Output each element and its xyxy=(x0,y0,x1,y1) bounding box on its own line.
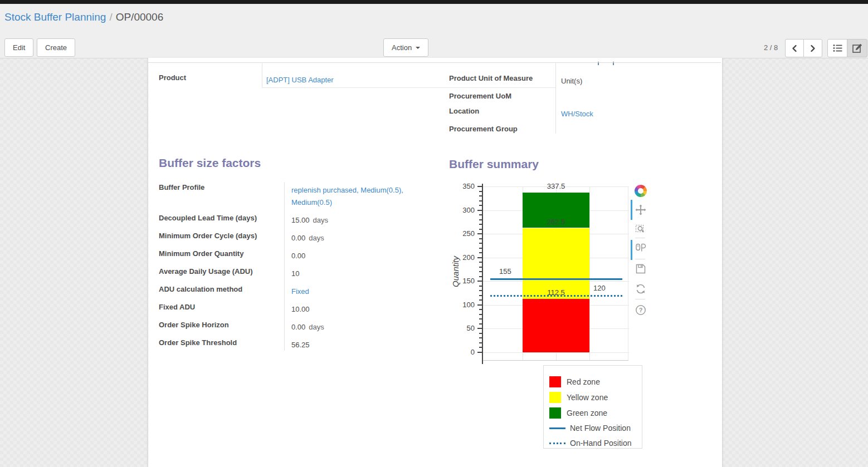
reset-axes-icon[interactable] xyxy=(634,282,647,296)
x-gridline xyxy=(628,186,628,360)
breadcrumb-separator: / xyxy=(106,11,115,23)
fixed-adu-value: 10.00 xyxy=(291,303,310,316)
y-tick-minor xyxy=(479,195,482,196)
order-spike-horizon-value: 0.00days xyxy=(291,321,324,333)
legend-label: Net Flow Position xyxy=(570,424,631,432)
product-label: Product xyxy=(159,73,186,82)
compare-on-hover-icon[interactable] xyxy=(634,241,647,254)
chart-modebar: ? xyxy=(631,184,651,323)
legend-swatch xyxy=(549,407,561,419)
y-tick-minor xyxy=(479,342,482,343)
table-separator xyxy=(555,62,556,134)
help-icon[interactable]: ? xyxy=(634,303,647,317)
on-hand-line xyxy=(490,295,622,297)
y-tick-minor xyxy=(479,337,482,338)
breadcrumb-parent-link[interactable]: Stock Buffer Planning xyxy=(4,11,106,23)
min-order-qty-label: Minimum Order Quantity xyxy=(159,249,243,258)
table-separator xyxy=(262,62,262,88)
legend-item[interactable]: Yellow zone xyxy=(549,391,608,404)
product-uom-value: Unit(s) xyxy=(561,75,582,87)
min-order-cycle-value: 0.00days xyxy=(291,232,324,244)
modebar-active-indicator xyxy=(631,240,632,260)
line-value-label: 155 xyxy=(499,267,511,276)
edit-button[interactable]: Edit xyxy=(4,38,33,57)
modebar-divider xyxy=(635,259,645,259)
product-value-link[interactable]: [ADPT] USB Adapter xyxy=(266,74,334,86)
pager-next-button[interactable] xyxy=(803,39,822,57)
adu-label: Average Daily Usage (ADU) xyxy=(159,267,253,276)
y-tick-minor xyxy=(479,276,482,277)
save-image-icon[interactable] xyxy=(634,262,647,276)
breadcrumb: Stock Buffer Planning/OP/00006 xyxy=(4,11,163,23)
y-tick-major xyxy=(477,304,482,306)
y-tick-minor xyxy=(479,238,482,239)
y-tick-minor xyxy=(479,200,482,201)
y-tick-minor xyxy=(479,229,482,230)
chevron-left-icon xyxy=(791,44,798,53)
order-spike-horizon-label: Order Spike Horizon xyxy=(159,321,229,329)
buffer-size-factors-title: Buffer size factors xyxy=(159,156,261,170)
buffer-profile-value-link[interactable]: replenish purchased, Medium(0.5), Medium… xyxy=(291,184,432,209)
y-tick-minor xyxy=(479,219,482,220)
table-row-border xyxy=(262,87,555,88)
top-menu-bar xyxy=(0,0,868,4)
y-tick-major xyxy=(477,257,482,258)
y-tick-minor xyxy=(479,323,482,325)
pager-nav-group xyxy=(785,39,822,57)
modebar-divider xyxy=(635,238,645,238)
adu-method-value-link[interactable]: Fixed xyxy=(291,286,309,298)
y-tick-label: 300 xyxy=(457,206,475,214)
y-tick-minor xyxy=(479,224,482,225)
order-spike-threshold-value: 56.25 xyxy=(291,339,310,351)
legend-item[interactable]: Net Flow Position xyxy=(549,422,631,434)
legend-swatch xyxy=(549,392,561,403)
y-tick-minor xyxy=(479,314,482,315)
form-view-button[interactable] xyxy=(847,39,867,57)
zone-boundary-label: 337.5 xyxy=(539,182,573,190)
y-tick-minor xyxy=(479,271,482,272)
legend-item[interactable]: Red zone xyxy=(549,376,600,388)
caret-down-icon xyxy=(416,47,420,49)
adu-method-label: ADU calculation method xyxy=(159,285,242,293)
red-zone xyxy=(523,299,589,352)
y-tick-minor xyxy=(479,318,482,319)
y-tick-major xyxy=(477,233,482,234)
legend-swatch xyxy=(549,443,565,444)
y-tick-minor xyxy=(479,248,482,249)
breadcrumb-current: OP/00006 xyxy=(116,11,164,23)
view-switcher xyxy=(827,39,867,57)
location-label: Location xyxy=(449,107,479,115)
legend-swatch xyxy=(549,376,561,387)
location-value-link[interactable]: WH/Stock xyxy=(561,108,593,120)
y-tick-major xyxy=(477,328,482,329)
y-axis-line xyxy=(482,184,483,364)
legend-label: Red zone xyxy=(567,377,600,386)
box-zoom-icon[interactable] xyxy=(634,222,647,235)
create-button[interactable]: Create xyxy=(37,38,75,57)
legend-item[interactable]: Green zone xyxy=(549,407,607,419)
order-spike-threshold-label: Order Spike Threshold xyxy=(159,338,237,347)
days-suffix: days xyxy=(309,323,324,331)
svg-text:?: ? xyxy=(639,307,643,313)
pager-previous-button[interactable] xyxy=(785,39,804,57)
y-tick-minor xyxy=(479,262,482,263)
factors-separator xyxy=(284,182,285,351)
fixed-adu-label: Fixed ADU xyxy=(159,303,195,311)
adu-value: 10 xyxy=(291,268,299,280)
action-label: Action xyxy=(392,43,412,52)
y-tick-label: 350 xyxy=(457,182,475,190)
min-order-qty-value: 0.00 xyxy=(291,250,305,262)
legend-label: Yellow zone xyxy=(567,393,608,402)
y-tick-minor xyxy=(479,309,482,310)
plotly-logo-icon[interactable] xyxy=(634,184,647,198)
list-view-button[interactable] xyxy=(827,39,847,57)
pan-icon[interactable] xyxy=(634,203,647,217)
legend-item[interactable]: On-Hand Position xyxy=(549,437,632,449)
x-axis-line xyxy=(482,360,628,361)
line-value-label: 120 xyxy=(593,284,606,292)
min-order-cycle-label: Minimum Order Cycle (days) xyxy=(159,232,257,240)
y-tick-major xyxy=(477,352,482,353)
pager-counter: 2 / 8 xyxy=(764,43,778,52)
action-dropdown-button[interactable]: Action xyxy=(383,38,428,57)
legend-label: Green zone xyxy=(567,409,607,417)
